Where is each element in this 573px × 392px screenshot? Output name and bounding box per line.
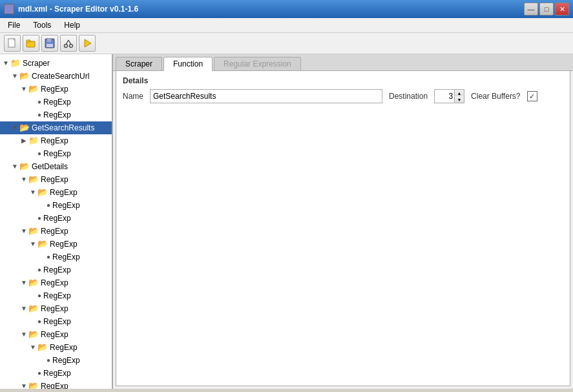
minimize-button[interactable]: — xyxy=(524,3,538,15)
tree-node-regexp3b[interactable]: ● RegExp xyxy=(0,212,112,225)
toolbar xyxy=(0,33,573,54)
clear-buffers-checkbox[interactable]: ✓ xyxy=(527,91,537,101)
tree-node-regexp6a[interactable]: ● RegExp xyxy=(0,315,112,328)
bullet-icon: ● xyxy=(37,264,41,276)
tree-node-regexp3[interactable]: ▼ 📂 RegExp xyxy=(0,173,112,186)
tree-node-regexp7a1[interactable]: ● RegExp xyxy=(0,354,112,367)
svg-rect-5 xyxy=(47,44,53,47)
expand-icon: ▼ xyxy=(19,225,28,237)
destination-label: Destination xyxy=(389,92,428,101)
destination-spinner: ▲ ▼ xyxy=(434,89,464,103)
node-label: RegExp xyxy=(41,174,68,185)
folder-icon: 📂 xyxy=(37,342,48,353)
node-label: RegExp xyxy=(43,96,71,108)
node-label: RegExp xyxy=(41,277,68,289)
svg-rect-2 xyxy=(26,40,30,42)
maximize-button[interactable]: □ xyxy=(539,3,554,15)
spin-down-button[interactable]: ▼ xyxy=(455,96,464,103)
bullet-icon: ● xyxy=(37,316,41,327)
tree-node-regexp2a[interactable]: ● RegExp xyxy=(0,147,112,160)
folder-icon: 📂 xyxy=(28,225,39,237)
expand-icon: ▼ xyxy=(10,70,19,82)
tree-node-regexp5a[interactable]: ● RegExp xyxy=(0,289,112,302)
tabs-bar: Scraper Function Regular Expression xyxy=(113,54,573,71)
node-label: RegExp xyxy=(41,380,68,389)
tree-node-regexp4b[interactable]: ● RegExp xyxy=(0,263,112,276)
bullet-icon: ● xyxy=(47,251,50,263)
tree-node-regexp1[interactable]: ▼ 📂 RegExp xyxy=(0,83,112,96)
menu-tools[interactable]: Tools xyxy=(28,19,56,31)
menu-help[interactable]: Help xyxy=(59,19,85,31)
expand-icon: ▼ xyxy=(19,277,28,289)
expand-icon: ▼ xyxy=(28,238,37,250)
tree-node-regexp7b[interactable]: ● RegExp xyxy=(0,367,112,380)
node-label: RegExp xyxy=(41,83,68,95)
tree-node-regexp2[interactable]: ▶ 📁 RegExp xyxy=(0,134,112,147)
tab-regular-expression: Regular Expression xyxy=(214,57,301,70)
details-label: Details xyxy=(123,76,563,85)
tree-node-regexp4a1[interactable]: ● RegExp xyxy=(0,251,112,263)
folder-icon: 📂 xyxy=(19,70,30,82)
open-button[interactable] xyxy=(23,35,39,52)
node-label: RegExp xyxy=(50,238,78,250)
bullet-icon: ● xyxy=(37,96,41,108)
close-button[interactable]: ✕ xyxy=(555,3,569,15)
tree-node-scraper[interactable]: ▼ 📁 Scraper xyxy=(0,57,112,70)
node-label: RegExp xyxy=(43,316,71,327)
tree-node-regexp4[interactable]: ▼ 📂 RegExp xyxy=(0,225,112,238)
node-label: RegExp xyxy=(50,187,78,198)
svg-point-6 xyxy=(65,45,68,48)
svg-line-8 xyxy=(66,40,68,45)
node-label: RegExp xyxy=(43,212,71,224)
folder-icon: 📂 xyxy=(28,329,39,340)
bullet-icon: ● xyxy=(37,109,41,121)
folder-icon: 📂 xyxy=(19,122,30,134)
tree-node-regexp3a1[interactable]: ● RegExp xyxy=(0,199,112,212)
tree-node-regexp1a[interactable]: ● RegExp xyxy=(0,96,112,108)
tree-node-regexp5[interactable]: ▼ 📂 RegExp xyxy=(0,276,112,289)
expand-icon: ▶ xyxy=(19,135,28,147)
details-row: Name Destination ▲ ▼ Clear Buffers? ✓ xyxy=(123,89,563,103)
tree-node-regexp3a[interactable]: ▼ 📂 RegExp xyxy=(0,186,112,199)
tree-node-regexp7a[interactable]: ▼ 📂 RegExp xyxy=(0,341,112,354)
right-panel: Scraper Function Regular Expression Deta… xyxy=(113,54,573,389)
menu-file[interactable]: File xyxy=(3,19,25,31)
tree-node-regexp4a[interactable]: ▼ 📂 RegExp xyxy=(0,238,112,251)
spin-up-button[interactable]: ▲ xyxy=(455,90,464,96)
tree-node-regexp8[interactable]: ▼ 📂 RegExp xyxy=(0,380,112,389)
tab-scraper[interactable]: Scraper xyxy=(116,57,162,70)
node-label: RegExp xyxy=(52,355,80,366)
app-icon xyxy=(4,4,14,14)
new-button[interactable] xyxy=(4,35,21,52)
svg-point-7 xyxy=(70,45,73,48)
tree-node-create-search-url[interactable]: ▼ 📂 CreateSearchUrl xyxy=(0,70,112,83)
folder-icon: 📁 xyxy=(10,57,21,69)
expand-icon: ▼ xyxy=(10,161,19,172)
node-label: RegExp xyxy=(41,135,68,147)
bullet-icon: ● xyxy=(37,212,41,224)
menu-bar: File Tools Help xyxy=(0,18,573,33)
tab-function[interactable]: Function xyxy=(163,57,213,71)
tree-node-regexp7[interactable]: ▼ 📂 RegExp xyxy=(0,328,112,341)
folder-icon: 📂 xyxy=(28,277,39,289)
folder-icon: 📂 xyxy=(28,303,39,315)
tree-node-get-search-results[interactable]: ▼ 📂 GetSearchResults xyxy=(0,121,112,134)
folder-icon: 📂 xyxy=(37,238,48,250)
cut-button[interactable] xyxy=(60,35,77,52)
folder-icon: 📂 xyxy=(28,380,39,389)
destination-input[interactable] xyxy=(435,90,454,103)
node-label: RegExp xyxy=(41,329,68,340)
svg-line-9 xyxy=(68,40,71,45)
save-button[interactable] xyxy=(41,35,58,52)
name-input[interactable] xyxy=(150,89,382,103)
tree-node-get-details[interactable]: ▼ 📂 GetDetails xyxy=(0,160,112,173)
tree-node-regexp6[interactable]: ▼ 📂 RegExp xyxy=(0,302,112,315)
run-button[interactable] xyxy=(79,35,96,52)
node-label: RegExp xyxy=(41,303,68,315)
expand-icon: ▼ xyxy=(19,380,28,389)
node-label: RegExp xyxy=(43,264,71,276)
expand-icon: ▼ xyxy=(19,174,28,185)
bullet-icon: ● xyxy=(37,148,41,160)
folder-icon: 📂 xyxy=(28,174,39,185)
tree-node-regexp1b[interactable]: ● RegExp xyxy=(0,108,112,121)
